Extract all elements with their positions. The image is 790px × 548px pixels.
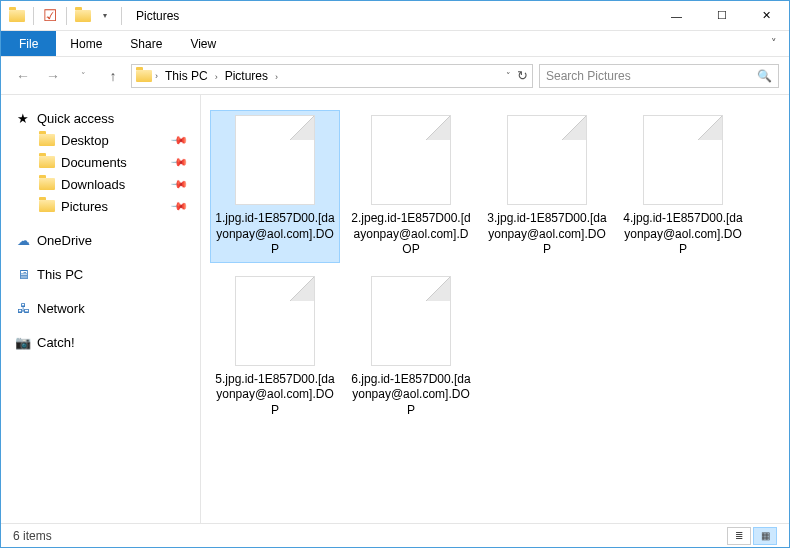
sidebar-item-pictures[interactable]: Pictures📌 [11, 195, 200, 217]
breadcrumb-segment[interactable]: Pictures [221, 69, 272, 83]
qat-dropdown-icon[interactable]: ▾ [97, 8, 113, 24]
forward-button[interactable]: → [41, 64, 65, 88]
file-name: 3.jpg.id-1E857D00.[dayonpay@aol.com].DOP [487, 211, 607, 258]
file-name: 6.jpg.id-1E857D00.[dayonpay@aol.com].DOP [351, 372, 471, 419]
titlebar: ☑ ▾ Pictures — ☐ ✕ [1, 1, 789, 31]
sidebar-item-label: Pictures [61, 199, 108, 214]
file-icon [507, 115, 587, 205]
item-count: 6 items [13, 529, 52, 543]
recent-dropdown[interactable]: ˅ [71, 64, 95, 88]
address-dropdown-icon[interactable]: ˅ [506, 71, 511, 81]
file-icon [235, 115, 315, 205]
folder-icon [39, 132, 55, 148]
file-icon [643, 115, 723, 205]
file-name: 2.jpeg.id-1E857D00.[dayonpay@aol.com].DO… [351, 211, 471, 258]
tab-view[interactable]: View [176, 32, 230, 56]
status-bar: 6 items ≣ ▦ [1, 523, 789, 547]
file-view[interactable]: 1.jpg.id-1E857D00.[dayonpay@aol.com].DOP… [201, 95, 789, 523]
sidebar-item-onedrive[interactable]: ☁OneDrive [11, 229, 200, 251]
file-item[interactable]: 5.jpg.id-1E857D00.[dayonpay@aol.com].DOP [211, 272, 339, 423]
search-placeholder: Search Pictures [546, 69, 631, 83]
sidebar-item-label: Downloads [61, 177, 125, 192]
address-box[interactable]: › This PC›Pictures› ˅ ↻ [131, 64, 533, 88]
file-item[interactable]: 1.jpg.id-1E857D00.[dayonpay@aol.com].DOP [211, 111, 339, 262]
drive-icon: ☁ [15, 232, 31, 248]
file-item[interactable]: 3.jpg.id-1E857D00.[dayonpay@aol.com].DOP [483, 111, 611, 262]
up-button[interactable]: ↑ [101, 64, 125, 88]
search-icon: 🔍 [757, 69, 772, 83]
tab-home[interactable]: Home [56, 32, 116, 56]
file-icon [235, 276, 315, 366]
file-name: 5.jpg.id-1E857D00.[dayonpay@aol.com].DOP [215, 372, 335, 419]
search-input[interactable]: Search Pictures 🔍 [539, 64, 779, 88]
qat-properties-icon[interactable]: ☑ [42, 8, 58, 24]
drive-icon: 🖥 [15, 266, 31, 282]
window-controls: — ☐ ✕ [654, 1, 789, 31]
refresh-icon[interactable]: ↻ [517, 68, 528, 83]
file-icon [371, 115, 451, 205]
back-button[interactable]: ← [11, 64, 35, 88]
folder-icon [39, 176, 55, 192]
details-view-button[interactable]: ≣ [727, 527, 751, 545]
pin-icon: 📌 [169, 196, 188, 215]
sidebar-item-label: This PC [37, 267, 83, 282]
sidebar-item-thispc[interactable]: 🖥This PC [11, 263, 200, 285]
qat-folder-icon[interactable] [75, 8, 91, 24]
close-button[interactable]: ✕ [744, 1, 789, 31]
file-tab[interactable]: File [1, 31, 56, 56]
file-item[interactable]: 6.jpg.id-1E857D00.[dayonpay@aol.com].DOP [347, 272, 475, 423]
sidebar-item-label: Catch! [37, 335, 75, 350]
folder-icon [9, 8, 25, 24]
file-name: 4.jpg.id-1E857D00.[dayonpay@aol.com].DOP [623, 211, 743, 258]
pin-icon: 📌 [169, 152, 188, 171]
file-icon [371, 276, 451, 366]
sidebar-item-label: OneDrive [37, 233, 92, 248]
ribbon: File HomeShareView ˅ [1, 31, 789, 57]
address-bar: ← → ˅ ↑ › This PC›Pictures› ˅ ↻ Search P… [1, 57, 789, 95]
chevron-right-icon[interactable]: › [212, 72, 221, 82]
ribbon-expand-icon[interactable]: ˅ [771, 37, 777, 50]
minimize-button[interactable]: — [654, 1, 699, 31]
icons-view-button[interactable]: ▦ [753, 527, 777, 545]
quick-access[interactable]: ★ Quick access [11, 107, 200, 129]
file-item[interactable]: 4.jpg.id-1E857D00.[dayonpay@aol.com].DOP [619, 111, 747, 262]
folder-icon [39, 154, 55, 170]
quick-access-label: Quick access [37, 111, 114, 126]
file-name: 1.jpg.id-1E857D00.[dayonpay@aol.com].DOP [215, 211, 335, 258]
chevron-right-icon[interactable]: › [152, 71, 161, 81]
chevron-right-icon[interactable]: › [272, 72, 281, 82]
drive-icon: 📷 [15, 334, 31, 350]
breadcrumb-segment[interactable]: This PC [161, 69, 212, 83]
sidebar-item-downloads[interactable]: Downloads📌 [11, 173, 200, 195]
window-title: Pictures [136, 9, 179, 23]
star-icon: ★ [15, 110, 31, 126]
drive-icon: 🖧 [15, 300, 31, 316]
sidebar-item-network[interactable]: 🖧Network [11, 297, 200, 319]
sidebar-item-label: Desktop [61, 133, 109, 148]
address-folder-icon [136, 68, 152, 84]
sidebar-item-label: Documents [61, 155, 127, 170]
file-item[interactable]: 2.jpeg.id-1E857D00.[dayonpay@aol.com].DO… [347, 111, 475, 262]
pin-icon: 📌 [169, 130, 188, 149]
sidebar-item-label: Network [37, 301, 85, 316]
navigation-pane: ★ Quick access Desktop📌Documents📌Downloa… [1, 95, 201, 523]
pin-icon: 📌 [169, 174, 188, 193]
sidebar-item-documents[interactable]: Documents📌 [11, 151, 200, 173]
sidebar-item-desktop[interactable]: Desktop📌 [11, 129, 200, 151]
folder-icon [39, 198, 55, 214]
tab-share[interactable]: Share [116, 32, 176, 56]
sidebar-item-catch[interactable]: 📷Catch! [11, 331, 200, 353]
maximize-button[interactable]: ☐ [699, 1, 744, 31]
